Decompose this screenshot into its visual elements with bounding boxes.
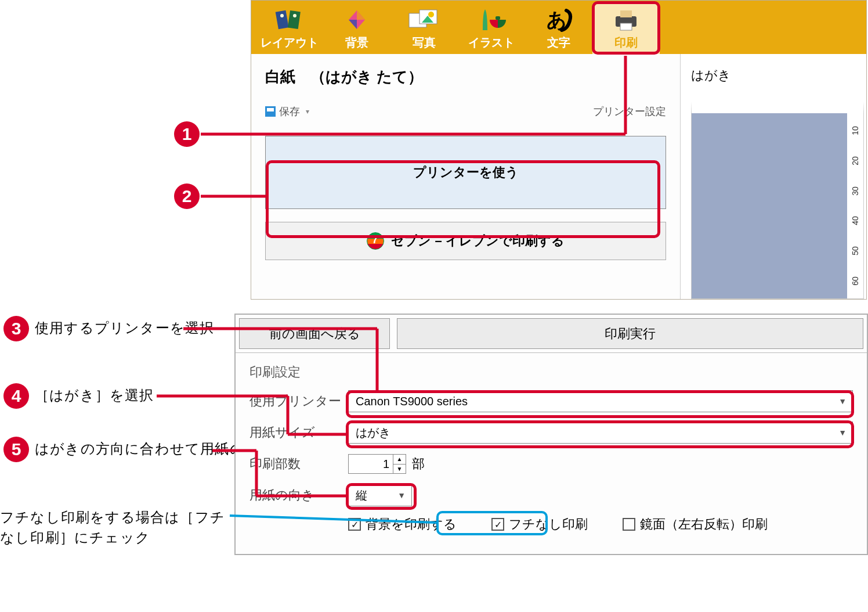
ruler-tick: 40 bbox=[851, 217, 860, 226]
ruler-tick: 20 bbox=[851, 156, 860, 165]
checkbox-box: ✓ bbox=[348, 518, 361, 531]
tab-text-label: 文字 bbox=[547, 35, 570, 51]
seven-eleven-label: セブン – イレブンで印刷する bbox=[391, 232, 564, 250]
copies-value: 1 bbox=[383, 458, 389, 471]
checkbox-mirror-label: 鏡面（左右反転）印刷 bbox=[640, 516, 768, 533]
svg-rect-1 bbox=[288, 10, 301, 29]
print-execute-button[interactable]: 印刷実行 bbox=[397, 318, 863, 349]
svg-rect-0 bbox=[276, 10, 289, 30]
printer-select-value: Canon TS9000 series bbox=[356, 395, 468, 408]
copies-input[interactable]: 1 ▲ ▼ bbox=[348, 454, 406, 474]
tab-background-label: 背景 bbox=[345, 35, 368, 51]
checkbox-bg-label: 背景を印刷する bbox=[366, 516, 457, 533]
tab-illust-label: イラスト bbox=[468, 35, 515, 51]
settings-section-title: 印刷設定 bbox=[249, 363, 853, 381]
svg-rect-11 bbox=[496, 16, 500, 20]
screenshot-bottom: 前の画面へ戻る 印刷実行 印刷設定 使用プリンター Canon TS9000 s… bbox=[234, 314, 868, 555]
callout-number-4: 4 bbox=[3, 383, 29, 409]
checkbox-box bbox=[623, 518, 635, 531]
tab-layout-label: レイアウト bbox=[261, 35, 319, 51]
tab-print-label: 印刷 bbox=[614, 35, 638, 51]
callout-number-3: 3 bbox=[3, 316, 29, 341]
svg-rect-14 bbox=[620, 10, 632, 17]
illust-icon bbox=[477, 6, 506, 34]
chevron-down-icon: ▼ bbox=[838, 428, 847, 437]
preview-canvas: 10 20 30 40 50 60 bbox=[691, 102, 864, 299]
label-paper: 用紙サイズ bbox=[249, 424, 348, 441]
screenshot-top: レイアウト 背景 写真 イラスト あ 文字 bbox=[251, 0, 867, 300]
back-button[interactable]: 前の画面へ戻る bbox=[239, 318, 390, 349]
callout-text-3: 使用するプリンターを選択 bbox=[35, 316, 214, 339]
svg-point-9 bbox=[428, 12, 434, 17]
callout-4: 4 ［はがき］を選択 bbox=[3, 383, 154, 409]
svg-point-2 bbox=[280, 14, 284, 17]
main-toolbar: レイアウト 背景 写真 イラスト あ 文字 bbox=[251, 1, 866, 54]
tab-text[interactable]: あ 文字 bbox=[525, 1, 592, 54]
ruler-tick: 50 bbox=[851, 246, 860, 255]
page-title: 白紙 （はがき たて） bbox=[265, 67, 666, 87]
svg-point-3 bbox=[293, 14, 296, 17]
printer-settings-link[interactable]: プリンター設定 bbox=[593, 105, 666, 118]
svg-marker-6 bbox=[349, 20, 357, 29]
callout-number-5: 5 bbox=[3, 437, 29, 462]
tab-illust[interactable]: イラスト bbox=[458, 1, 525, 54]
ruler-tick: 60 bbox=[851, 276, 860, 286]
save-button[interactable]: 保存 ▾ bbox=[265, 105, 309, 118]
save-label: 保存 bbox=[279, 105, 300, 118]
printer-select[interactable]: Canon TS9000 series ▼ bbox=[348, 390, 853, 412]
callout-number-1: 1 bbox=[174, 121, 200, 147]
ruler-tick: 10 bbox=[851, 126, 860, 135]
label-printer: 使用プリンター bbox=[249, 393, 348, 410]
back-label: 前の画面へ戻る bbox=[269, 325, 360, 343]
callout-2: 2 bbox=[174, 183, 200, 209]
ruler-tick: 30 bbox=[851, 186, 860, 196]
seven-eleven-icon bbox=[367, 232, 384, 250]
copies-spinner: ▲ ▼ bbox=[393, 455, 406, 473]
use-printer-button[interactable]: プリンターを使う bbox=[265, 136, 666, 209]
paper-size-select[interactable]: はがき ▼ bbox=[348, 422, 853, 444]
orientation-value: 縦 bbox=[356, 488, 367, 503]
print-panel-left: 白紙 （はがき たて） 保存 ▾ プリンター設定 プリンターを使う セブン – … bbox=[251, 54, 681, 299]
checkbox-mirror[interactable]: 鏡面（左右反転）印刷 bbox=[623, 516, 768, 533]
caption-borderless: フチなし印刷をする場合は［フチなし印刷］にチェック bbox=[0, 507, 230, 548]
callout-text-4: ［はがき］を選択 bbox=[35, 383, 154, 406]
checkbox-print-background[interactable]: ✓ 背景を印刷する bbox=[348, 516, 457, 533]
tab-photo[interactable]: 写真 bbox=[390, 1, 458, 54]
callout-number-2: 2 bbox=[174, 183, 200, 209]
tab-layout[interactable]: レイアウト bbox=[256, 1, 323, 54]
tab-background[interactable]: 背景 bbox=[323, 1, 390, 54]
printer-icon bbox=[612, 6, 640, 34]
text-icon: あ bbox=[544, 6, 573, 34]
label-copies: 印刷部数 bbox=[249, 455, 348, 473]
checkbox-borderless-label: フチなし印刷 bbox=[509, 516, 588, 533]
svg-marker-5 bbox=[357, 10, 365, 20]
exec-label: 印刷実行 bbox=[605, 325, 656, 343]
preview-pane: はがき 10 20 30 40 50 60 bbox=[681, 54, 866, 299]
use-printer-label: プリンターを使う bbox=[413, 164, 519, 181]
callout-3: 3 使用するプリンターを選択 bbox=[3, 316, 214, 341]
tab-print[interactable]: 印刷 bbox=[592, 3, 660, 54]
orientation-select[interactable]: 縦 ▼ bbox=[348, 484, 412, 506]
chevron-down-icon: ▼ bbox=[397, 491, 406, 500]
chevron-down-icon: ▼ bbox=[838, 397, 847, 406]
callout-1: 1 bbox=[174, 121, 200, 147]
tab-photo-label: 写真 bbox=[413, 35, 436, 51]
save-caret: ▾ bbox=[306, 107, 309, 116]
svg-rect-15 bbox=[620, 23, 632, 30]
copies-unit: 部 bbox=[412, 455, 425, 473]
background-icon bbox=[344, 6, 370, 34]
spin-down-button[interactable]: ▼ bbox=[393, 465, 406, 474]
label-orientation: 用紙の向き bbox=[249, 487, 348, 504]
save-icon bbox=[265, 106, 276, 117]
paper-size-value: はがき bbox=[356, 425, 390, 441]
checkbox-box: ✓ bbox=[491, 518, 504, 531]
seven-eleven-button[interactable]: セブン – イレブンで印刷する bbox=[265, 222, 666, 260]
photo-icon bbox=[408, 6, 440, 34]
layout-icon bbox=[275, 6, 304, 34]
spin-up-button[interactable]: ▲ bbox=[393, 455, 406, 465]
preview-label: はがき bbox=[691, 67, 866, 84]
vertical-ruler: 10 20 30 40 50 60 bbox=[847, 113, 863, 298]
checkbox-borderless[interactable]: ✓ フチなし印刷 bbox=[491, 516, 588, 533]
